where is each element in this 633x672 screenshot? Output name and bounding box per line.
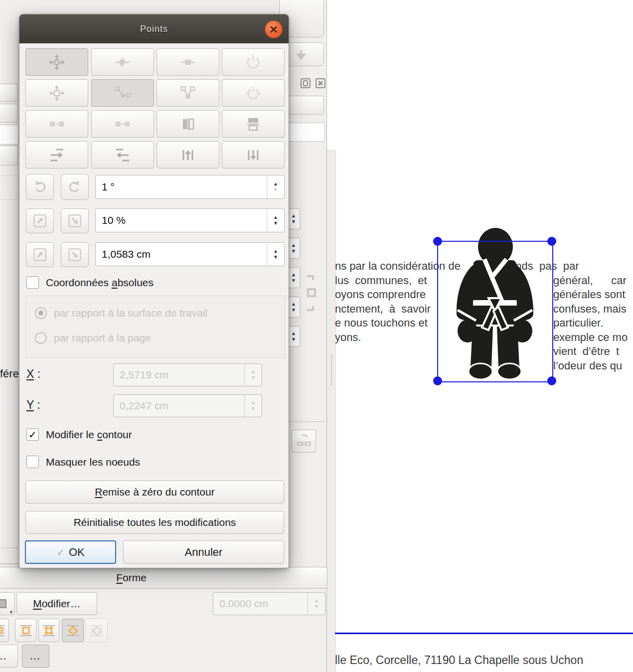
tool-convert-curve-button[interactable] — [91, 79, 154, 107]
wrap-none-button[interactable] — [15, 619, 36, 642]
length-spinfield[interactable]: 1,0583 cm ▲▼ — [95, 242, 285, 266]
paragraph-line: oyons comprendre — [335, 288, 426, 302]
selection-handle-bottom-right[interactable] — [547, 376, 556, 385]
more-options-button[interactable]: … — [0, 645, 18, 668]
percent-spinfield[interactable]: 10 % ▲▼ — [95, 208, 285, 232]
edit-contour-checkbox[interactable]: ✓ Modifier le contour — [26, 428, 132, 441]
tool-shift-up-button[interactable] — [157, 141, 219, 168]
wrap-edit-points-button[interactable] — [38, 619, 59, 642]
tool-eliminate-points-button[interactable] — [157, 110, 219, 138]
cancel-label: Annuler — [185, 546, 223, 559]
partial-button[interactable] — [0, 104, 18, 123]
tool-corner-point-button[interactable] — [157, 79, 219, 107]
insert-points-icon — [114, 53, 132, 71]
partial-divider — [0, 547, 19, 548]
scale-out-button[interactable] — [26, 208, 54, 233]
paragraph-line: particulier. — [553, 316, 603, 330]
ok-button[interactable]: ✓ OK — [25, 540, 116, 564]
tool-close-bezier-button[interactable] — [91, 110, 154, 138]
shrink-button[interactable] — [61, 242, 89, 267]
tool-move-points-button[interactable] — [25, 48, 88, 76]
reset-all-button[interactable]: Réinitialise toutes les modifications — [25, 511, 284, 534]
offset-spinner[interactable]: ▲▼ — [308, 593, 325, 615]
length-value: 1,0583 cm — [96, 248, 267, 260]
tool-delete-points-button[interactable] — [157, 48, 219, 76]
offset-spinfield[interactable]: 0,0000 cm ▲▼ — [213, 592, 325, 615]
dock-window-icon[interactable] — [299, 77, 312, 90]
radio-page[interactable]: par rapport à la page — [35, 332, 151, 344]
tool-shift-down-button[interactable] — [222, 141, 285, 168]
reference-radio-group: par rapport à la surface de travail par … — [25, 296, 285, 358]
wrap-parallel-button[interactable] — [0, 619, 9, 642]
wrap-ideal-icon — [90, 624, 103, 637]
x-spinfield[interactable]: 2,5719 cm ▲▼ — [113, 363, 262, 386]
wrap-contour-button[interactable] — [62, 619, 84, 642]
paragraph-line: l’odeur des qu — [553, 359, 622, 373]
reset-contour-button[interactable]: Remise à zéro du contour — [25, 481, 284, 504]
forme-bar[interactable]: Forme — [0, 567, 327, 589]
absolute-coordinates-checkbox[interactable]: Coordonnées absolues — [26, 276, 154, 289]
rotate-left-button[interactable] — [26, 174, 54, 200]
arrow-ne-box-icon — [32, 247, 47, 262]
wrap-ideal-button[interactable] — [85, 619, 108, 642]
checkbox-box-checked[interactable]: ✓ — [26, 428, 39, 441]
document-page[interactable]: ns par la considération de Je n’entends … — [327, 0, 633, 672]
radio-circle-unselected[interactable] — [35, 332, 47, 344]
checkbox-box[interactable] — [26, 456, 39, 468]
dialog-titlebar[interactable]: Points — [19, 14, 289, 43]
partial-divider — [0, 563, 19, 564]
angle-spinner[interactable]: ▲▼ — [267, 175, 284, 198]
partial-button[interactable] — [0, 84, 18, 102]
paragraph-line: générales sont — [553, 288, 625, 302]
shift-left-icon — [114, 146, 132, 164]
y-label: Y : — [26, 398, 40, 412]
hide-nodes-checkbox[interactable]: Masquer les noeuds — [26, 456, 140, 468]
cancel-button[interactable]: Annuler — [123, 540, 284, 564]
selection-handle-bottom-left[interactable] — [433, 376, 442, 385]
symmetric-transition-icon — [48, 115, 66, 133]
percent-spinner[interactable]: ▲▼ — [267, 209, 284, 232]
tool-stack-button[interactable] — [222, 110, 285, 138]
y-spinfield[interactable]: 0,2247 cm ▲▼ — [113, 394, 262, 417]
length-spinner[interactable]: ▲▼ — [267, 243, 284, 266]
selection-handle-top-left[interactable] — [433, 237, 442, 246]
rotate-right-button[interactable] — [61, 174, 89, 200]
paragraph-line: vient d’être t — [553, 344, 619, 358]
tool-symmetric-transition-button[interactable] — [25, 110, 88, 138]
down-arrow-icon — [295, 48, 308, 61]
tool-shift-left-button[interactable] — [91, 141, 154, 168]
tool-move-handle-button[interactable] — [25, 79, 88, 107]
checkbox-label: Masquer les noeuds — [46, 456, 140, 468]
close-pane-icon[interactable] — [314, 77, 327, 90]
angle-spinfield[interactable]: 1 ° ▲▼ — [95, 175, 285, 199]
corner-point-icon — [179, 84, 197, 102]
close-button[interactable] — [265, 20, 283, 38]
modify-button[interactable]: Modifier… — [16, 592, 97, 615]
partial-button[interactable] — [0, 146, 18, 166]
x-spinner[interactable]: ▲▼ — [244, 364, 262, 386]
radio-surface[interactable]: par rapport à la surface de travail — [35, 307, 207, 319]
radio-surface-label: par rapport à la surface de travail — [54, 307, 207, 319]
more-options-button-2[interactable]: … — [22, 645, 49, 668]
y-spinner[interactable]: ▲▼ — [244, 395, 262, 417]
selection-rectangle[interactable] — [437, 241, 553, 382]
partial-field[interactable] — [0, 125, 19, 145]
footer-text: lle Eco, Corcelle, 71190 La Chapelle sou… — [335, 653, 583, 667]
flip-horizontal-button[interactable] — [292, 430, 316, 453]
eliminate-points-icon — [179, 115, 197, 133]
forme-label: Forme — [116, 572, 147, 584]
selection-handle-top-right[interactable] — [547, 237, 556, 246]
stack-icon — [244, 115, 262, 133]
checkbox-box[interactable] — [26, 276, 39, 289]
grow-button[interactable] — [26, 242, 54, 267]
style-split-button[interactable]: ▼ — [0, 592, 15, 615]
radio-circle-selected[interactable] — [35, 307, 47, 319]
tool-shift-right-button[interactable] — [25, 141, 88, 168]
tool-insert-points-button[interactable] — [91, 48, 154, 76]
ok-check-icon: ✓ — [56, 546, 65, 558]
tool-split-curve-button[interactable] — [222, 48, 285, 76]
tool-smooth-transition-button[interactable] — [222, 79, 285, 107]
y-value: 0,2247 cm — [114, 400, 244, 412]
scale-in-button[interactable] — [61, 208, 89, 233]
paragraph-line: lus communes, et — [335, 274, 427, 288]
